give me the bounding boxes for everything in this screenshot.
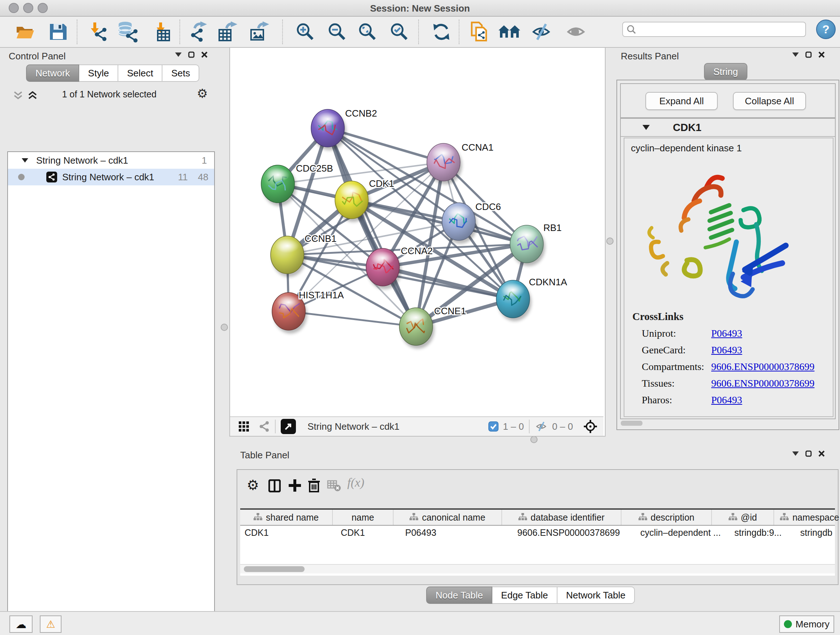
memory-button[interactable]: Memory <box>779 616 834 633</box>
network-node-HIST1H1A[interactable]: HIST1H1A <box>272 290 344 333</box>
network-node-count: 11 <box>178 172 188 183</box>
panel-collapse-icon[interactable] <box>792 52 799 57</box>
cdk1-card-header[interactable]: CDK1 <box>621 119 835 137</box>
network-options-gear-icon[interactable]: ⚙ <box>197 86 208 101</box>
network-status-dot <box>18 174 25 180</box>
network-node-CDC6[interactable]: CDC6 <box>442 201 501 244</box>
column-header-shared-name[interactable]: shared name <box>240 510 333 525</box>
tab-network-table[interactable]: Network Table <box>557 586 635 604</box>
string-results-container: Expand All Collapse All CDK1 cyclin–depe… <box>616 80 839 430</box>
refresh-icon[interactable] <box>430 20 453 43</box>
save-session-icon[interactable] <box>46 20 69 43</box>
tab-edge-table[interactable]: Edge Table <box>493 586 557 604</box>
column-header-canonical-name[interactable]: canonical name <box>393 510 502 525</box>
first-neighbors-icon[interactable] <box>498 20 521 43</box>
expand-all-button[interactable]: Expand All <box>645 92 718 110</box>
column-header-database-identifier[interactable]: database identifier <box>502 510 622 525</box>
export-network-icon[interactable] <box>187 20 210 43</box>
import-network-file-icon[interactable] <box>87 20 110 43</box>
cloud-button[interactable]: ☁ <box>9 616 33 633</box>
collection-count: 1 <box>202 155 207 166</box>
table-cell: stringdb:9... <box>730 526 796 539</box>
network-row-selected[interactable]: String Network – cdk1 11 48 <box>8 169 214 185</box>
import-network-database-icon[interactable] <box>116 20 139 43</box>
table-cell: CDK1 <box>240 526 336 539</box>
column-header-description[interactable]: description <box>622 510 712 525</box>
panel-collapse-icon[interactable] <box>792 451 799 456</box>
table-hscroll-thumb[interactable] <box>244 566 305 572</box>
column-header-@id[interactable]: @id <box>712 510 774 525</box>
center-view-crosshair-icon[interactable] <box>583 419 598 434</box>
birdseye-view-icon[interactable] <box>239 421 249 432</box>
crosslink-link[interactable]: P06493 <box>711 328 742 339</box>
node-label-CCNE1: CCNE1 <box>434 306 466 317</box>
delete-column-icon[interactable] <box>308 478 320 492</box>
left-splitter-handle[interactable] <box>221 324 228 331</box>
hidden-counts: 0 – 0 <box>552 421 573 432</box>
network-canvas[interactable]: CCNB2CCNA1CDC25BCDK1CDC6RB1CCNB1CCNA2CDK… <box>230 48 603 416</box>
results-panel: Results Panel String Expand All Collapse… <box>611 47 840 443</box>
network-view[interactable]: CCNB2CCNA1CDC25BCDK1CDC6RB1CCNB1CCNA2CDK… <box>229 47 606 437</box>
zoom-fit-icon[interactable] <box>356 20 379 43</box>
tab-sets[interactable]: Sets <box>163 65 199 82</box>
string-network-icon <box>46 172 57 182</box>
panel-collapse-icon[interactable] <box>175 52 182 57</box>
network-edge-HIST1H1A-CCNE1[interactable] <box>289 311 416 326</box>
import-table-file-icon[interactable] <box>150 20 174 43</box>
network-node-CDKN1A[interactable]: CDKN1A <box>496 277 567 321</box>
shared-column-icon <box>254 513 262 522</box>
tab-style[interactable]: Style <box>79 65 118 82</box>
help-icon[interactable]: ? <box>816 19 836 39</box>
panel-close-icon[interactable] <box>818 51 825 58</box>
panel-close-icon[interactable] <box>201 51 208 58</box>
string-overlay-icon[interactable] <box>259 421 270 432</box>
results-tab-string[interactable]: String <box>704 63 747 80</box>
main-toolbar: ? <box>0 17 840 48</box>
warnings-button[interactable]: ⚠ <box>40 616 62 633</box>
crosslink-link[interactable]: P06493 <box>711 344 742 356</box>
export-table-icon[interactable] <box>216 20 239 43</box>
open-in-string-button[interactable] <box>281 419 296 434</box>
show-columns-icon[interactable] <box>268 479 281 492</box>
search-input[interactable] <box>636 24 791 35</box>
crosslink-row: Uniprot:P06493 <box>642 325 830 342</box>
network-collection-row[interactable]: String Network – cdk1 1 <box>8 152 214 169</box>
panel-float-icon[interactable] <box>805 51 812 58</box>
crosslink-link[interactable]: 9606.ENSP00000378699 <box>711 378 814 389</box>
show-all-icon[interactable] <box>564 20 587 43</box>
selected-checkbox-icon[interactable] <box>488 421 499 432</box>
zoom-selected-icon[interactable] <box>388 20 411 43</box>
tree-expand-icon[interactable] <box>22 158 28 163</box>
clone-network-icon[interactable] <box>467 20 491 43</box>
table-row[interactable]: CDK1CDK1P064939606.ENSP00000378699cyclin… <box>240 526 835 539</box>
tab-select[interactable]: Select <box>118 65 163 82</box>
results-hscroll-thumb[interactable] <box>621 421 643 426</box>
zoom-out-icon[interactable] <box>325 20 349 43</box>
column-header-name[interactable]: name <box>333 510 393 525</box>
table-settings-gear-icon[interactable]: ⚙ <box>247 477 259 493</box>
toolbar-search[interactable] <box>622 22 806 37</box>
network-node-CDK1[interactable]: CDK1 <box>335 178 394 222</box>
hidden-eye-slash-icon <box>535 421 548 432</box>
add-column-icon[interactable] <box>289 479 301 492</box>
collapse-all-button[interactable]: Collapse All <box>733 92 806 110</box>
collection-label: String Network – cdk1 <box>36 155 128 166</box>
column-header-namespace[interactable]: namespace <box>774 510 840 525</box>
node-label-RB1: RB1 <box>543 222 562 233</box>
hide-selected-icon[interactable] <box>530 20 553 43</box>
tab-node-table[interactable]: Node Table <box>426 586 493 604</box>
panel-float-icon[interactable] <box>188 51 195 58</box>
tab-network[interactable]: Network <box>26 65 79 82</box>
zoom-in-icon[interactable] <box>294 20 317 43</box>
panel-float-icon[interactable] <box>805 450 812 457</box>
network-node-RB1[interactable]: RB1 <box>510 222 562 266</box>
panel-close-icon[interactable] <box>818 450 825 457</box>
crosslink-link[interactable]: P06493 <box>711 394 742 406</box>
open-session-icon[interactable] <box>13 20 36 43</box>
node-label-CDKN1A: CDKN1A <box>529 277 567 287</box>
table-hscrollbar[interactable] <box>240 564 835 573</box>
crosslink-label: Compartments: <box>642 361 711 372</box>
crosslink-link[interactable]: 9606.ENSP00000378699 <box>711 361 814 372</box>
collapse-triangle-icon[interactable] <box>643 125 650 130</box>
export-image-icon[interactable] <box>248 20 271 43</box>
